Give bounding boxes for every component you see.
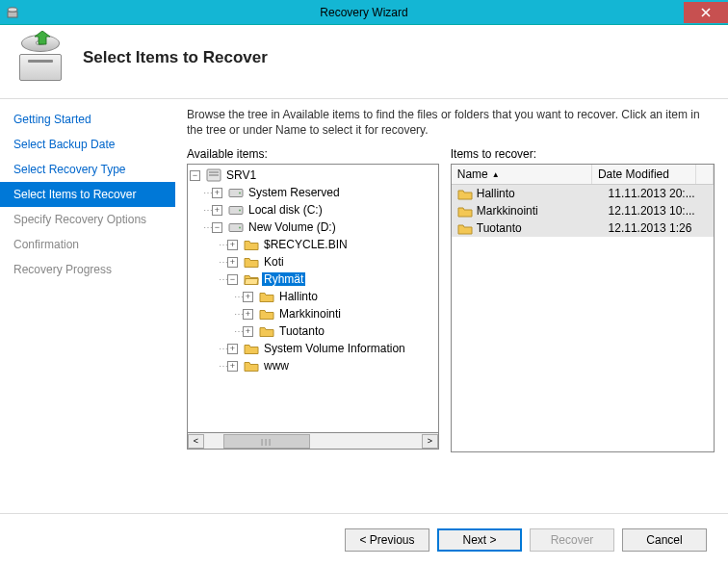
svg-point-12 [239,227,241,229]
folder-icon [457,188,473,200]
step-specify-options: Specify Recovery Options [0,207,175,232]
tree-node-local-disk-c[interactable]: ⋯+ Local disk (C:) [188,201,438,219]
collapse-icon[interactable]: − [227,274,238,285]
tree-node-system-reserved[interactable]: ⋯+ System Reserved [188,184,438,201]
svg-point-10 [239,210,241,212]
titlebar: Recovery Wizard [0,0,728,25]
previous-button[interactable]: < Previous [345,528,429,552]
folder-icon [244,238,259,251]
tree-node-hallinto[interactable]: ⋯+ Hallinto [188,288,438,305]
page-title: Select Items to Recover [83,48,268,67]
scroll-thumb[interactable]: ||| [223,434,310,449]
close-icon [701,8,711,17]
available-items-label: Available items: [187,147,439,161]
folder-icon [259,307,274,321]
folder-open-icon [244,272,259,286]
expand-icon[interactable]: + [243,309,253,320]
tree-node-svi[interactable]: ⋯+ System Volume Information [188,340,438,357]
column-header-date[interactable]: Date Modified [592,165,696,184]
expand-icon[interactable]: + [243,326,253,337]
next-button[interactable]: Next > [437,528,522,552]
expand-icon[interactable]: + [212,188,222,198]
recovery-icon [17,35,64,81]
svg-point-8 [239,193,241,194]
folder-icon [259,324,274,338]
step-confirmation: Confirmation [0,232,175,257]
expand-icon[interactable]: + [212,205,222,216]
step-select-backup-date[interactable]: Select Backup Date [0,132,175,157]
tree-node-srv1[interactable]: − SRV1 [188,167,438,184]
folder-icon [259,290,274,303]
folder-icon [457,205,473,218]
collapse-icon[interactable]: − [212,222,222,233]
expand-icon[interactable]: + [227,240,238,250]
list-item[interactable]: Tuotanto 12.11.2013 1:26 [452,219,714,237]
svg-rect-5 [209,171,219,173]
window-title: Recovery Wizard [0,6,728,19]
step-getting-started[interactable]: Getting Started [0,107,175,132]
wizard-footer: < Previous Next > Recover Cancel [0,513,728,565]
tree-node-markkinointi[interactable]: ⋯+ Markkinointi [188,305,438,322]
tree-node-new-volume-d[interactable]: ⋯− New Volume (D:) [188,219,438,236]
sort-ascending-icon: ▲ [492,170,500,179]
folder-icon [457,222,473,235]
step-select-recovery-type[interactable]: Select Recovery Type [0,157,175,182]
cancel-button[interactable]: Cancel [622,528,707,552]
tree-node-koti[interactable]: ⋯+ Koti [188,253,438,270]
drive-icon [228,203,244,217]
tree-node-ryhmat[interactable]: ⋯− Ryhmät [188,270,438,288]
steps-sidebar: Getting Started Select Backup Date Selec… [0,99,175,513]
step-select-items[interactable]: Select Items to Recover [0,182,175,207]
items-to-recover-label: Items to recover: [451,147,715,161]
available-items-tree[interactable]: − SRV1 ⋯+ System Reserved ⋯+ Loca [187,164,439,433]
svg-rect-0 [8,12,17,17]
tree-node-tuotanto[interactable]: ⋯+ Tuotanto [188,322,438,340]
expand-icon[interactable]: + [227,344,238,354]
scroll-left-button[interactable]: < [188,434,204,449]
tree-horizontal-scrollbar[interactable]: < ||| > [187,433,439,450]
expand-icon[interactable]: + [227,257,238,268]
step-recovery-progress: Recovery Progress [0,257,175,282]
list-header[interactable]: Name ▲ Date Modified [452,165,714,185]
server-icon [206,168,221,182]
list-item[interactable]: Markkinointi 12.11.2013 10:... [452,202,714,219]
wizard-header: Select Items to Recover [0,25,728,99]
folder-icon [244,255,259,269]
expand-icon[interactable]: + [243,292,253,302]
tree-node-www[interactable]: ⋯+ www [188,357,438,374]
instructions-text: Browse the tree in Available items to fi… [187,107,715,138]
folder-icon [244,342,259,355]
svg-point-1 [8,7,17,11]
recover-button: Recover [530,528,614,552]
items-to-recover-list[interactable]: Name ▲ Date Modified Hallinto 11.11.2 [451,164,715,452]
svg-rect-6 [209,174,219,176]
column-header-spacer [696,165,714,184]
drive-icon [228,220,244,234]
expand-icon[interactable]: + [227,361,238,372]
column-header-name[interactable]: Name ▲ [452,165,592,184]
tree-node-recycle-bin[interactable]: ⋯+ $RECYCLE.BIN [188,236,438,253]
folder-icon [244,359,259,373]
collapse-icon[interactable]: − [190,170,200,181]
drive-icon [228,186,244,199]
window-icon [0,6,25,19]
close-button[interactable] [684,2,728,23]
scroll-right-button[interactable]: > [422,434,438,449]
list-item[interactable]: Hallinto 11.11.2013 20:... [452,185,714,202]
